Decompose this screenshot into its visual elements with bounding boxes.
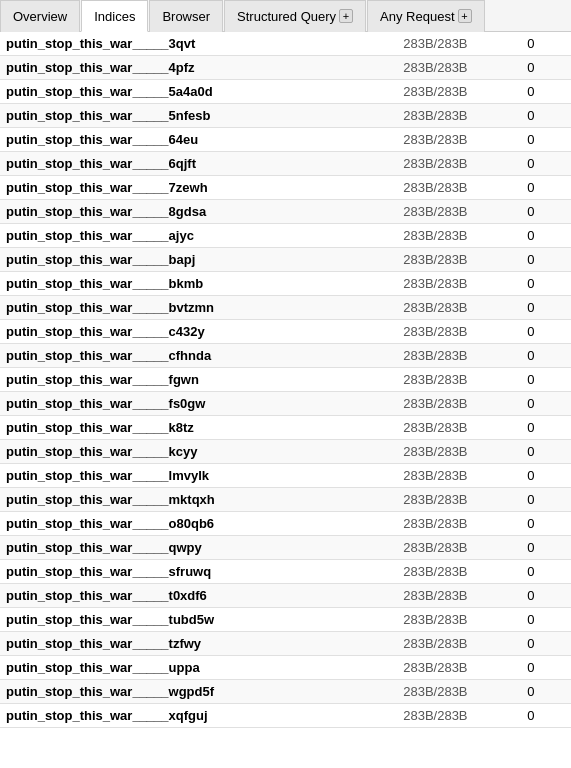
- index-count: 0: [521, 32, 571, 56]
- index-size: 283B/283B: [397, 488, 521, 512]
- tab-structured-query[interactable]: Structured Query +: [224, 0, 366, 32]
- index-size: 283B/283B: [397, 512, 521, 536]
- table-row[interactable]: putin_stop_this_war_____bkmb283B/283B0: [0, 272, 571, 296]
- index-size: 283B/283B: [397, 536, 521, 560]
- index-name: putin_stop_this_war_____5a4a0d: [0, 80, 397, 104]
- index-name: putin_stop_this_war_____8gdsa: [0, 200, 397, 224]
- table-row[interactable]: putin_stop_this_war_____bvtzmn283B/283B0: [0, 296, 571, 320]
- table-row[interactable]: putin_stop_this_war_____4pfz283B/283B0: [0, 56, 571, 80]
- index-name: putin_stop_this_war_____64eu: [0, 128, 397, 152]
- index-count: 0: [521, 464, 571, 488]
- index-name: putin_stop_this_war_____c432y: [0, 320, 397, 344]
- tab-indices[interactable]: Indices: [81, 0, 148, 32]
- index-name: putin_stop_this_war_____xqfguj: [0, 704, 397, 728]
- index-size: 283B/283B: [397, 80, 521, 104]
- index-size: 283B/283B: [397, 176, 521, 200]
- index-size: 283B/283B: [397, 632, 521, 656]
- index-size: 283B/283B: [397, 320, 521, 344]
- table-row[interactable]: putin_stop_this_war_____wgpd5f283B/283B0: [0, 680, 571, 704]
- tab-overview[interactable]: Overview: [0, 0, 80, 32]
- table-row[interactable]: putin_stop_this_war_____t0xdf6283B/283B0: [0, 584, 571, 608]
- index-name: putin_stop_this_war_____4pfz: [0, 56, 397, 80]
- index-count: 0: [521, 152, 571, 176]
- index-name: putin_stop_this_war_____ajyc: [0, 224, 397, 248]
- index-name: putin_stop_this_war_____fgwn: [0, 368, 397, 392]
- index-size: 283B/283B: [397, 248, 521, 272]
- index-count: 0: [521, 416, 571, 440]
- table-row[interactable]: putin_stop_this_war_____cfhnda283B/283B0: [0, 344, 571, 368]
- index-name: putin_stop_this_war_____k8tz: [0, 416, 397, 440]
- table-row[interactable]: putin_stop_this_war_____k8tz283B/283B0: [0, 416, 571, 440]
- table-row[interactable]: putin_stop_this_war_____tzfwy283B/283B0: [0, 632, 571, 656]
- table-row[interactable]: putin_stop_this_war_____o80qb6283B/283B0: [0, 512, 571, 536]
- tab-plus-icon-structured-query: +: [339, 9, 353, 23]
- index-count: 0: [521, 128, 571, 152]
- index-name: putin_stop_this_war_____7zewh: [0, 176, 397, 200]
- index-size: 283B/283B: [397, 560, 521, 584]
- index-size: 283B/283B: [397, 56, 521, 80]
- table-row[interactable]: putin_stop_this_war_____3qvt283B/283B0: [0, 32, 571, 56]
- index-name: putin_stop_this_war_____mktqxh: [0, 488, 397, 512]
- table-row[interactable]: putin_stop_this_war_____ajyc283B/283B0: [0, 224, 571, 248]
- index-name: putin_stop_this_war_____cfhnda: [0, 344, 397, 368]
- index-name: putin_stop_this_war_____5nfesb: [0, 104, 397, 128]
- index-count: 0: [521, 248, 571, 272]
- table-row[interactable]: putin_stop_this_war_____64eu283B/283B0: [0, 128, 571, 152]
- table-row[interactable]: putin_stop_this_war_____sfruwq283B/283B0: [0, 560, 571, 584]
- index-count: 0: [521, 560, 571, 584]
- index-count: 0: [521, 176, 571, 200]
- table-row[interactable]: putin_stop_this_war_____mktqxh283B/283B0: [0, 488, 571, 512]
- index-size: 283B/283B: [397, 584, 521, 608]
- index-size: 283B/283B: [397, 416, 521, 440]
- table-row[interactable]: putin_stop_this_war_____tubd5w283B/283B0: [0, 608, 571, 632]
- index-count: 0: [521, 392, 571, 416]
- table-row[interactable]: putin_stop_this_war_____7zewh283B/283B0: [0, 176, 571, 200]
- index-name: putin_stop_this_war_____uppa: [0, 656, 397, 680]
- index-count: 0: [521, 488, 571, 512]
- index-count: 0: [521, 272, 571, 296]
- index-count: 0: [521, 80, 571, 104]
- index-name: putin_stop_this_war_____qwpy: [0, 536, 397, 560]
- index-count: 0: [521, 104, 571, 128]
- index-count: 0: [521, 704, 571, 728]
- tab-browser[interactable]: Browser: [149, 0, 223, 32]
- index-size: 283B/283B: [397, 32, 521, 56]
- index-size: 283B/283B: [397, 464, 521, 488]
- tab-any-request[interactable]: Any Request +: [367, 0, 484, 32]
- index-size: 283B/283B: [397, 200, 521, 224]
- table-row[interactable]: putin_stop_this_war_____5a4a0d283B/283B0: [0, 80, 571, 104]
- table-row[interactable]: putin_stop_this_war_____uppa283B/283B0: [0, 656, 571, 680]
- table-row[interactable]: putin_stop_this_war_____8gdsa283B/283B0: [0, 200, 571, 224]
- index-name: putin_stop_this_war_____tzfwy: [0, 632, 397, 656]
- index-name: putin_stop_this_war_____sfruwq: [0, 560, 397, 584]
- table-row[interactable]: putin_stop_this_war_____bapj283B/283B0: [0, 248, 571, 272]
- index-size: 283B/283B: [397, 224, 521, 248]
- index-count: 0: [521, 536, 571, 560]
- index-name: putin_stop_this_war_____bvtzmn: [0, 296, 397, 320]
- table-row[interactable]: putin_stop_this_war_____c432y283B/283B0: [0, 320, 571, 344]
- index-size: 283B/283B: [397, 680, 521, 704]
- tab-plus-icon-any-request: +: [458, 9, 472, 23]
- index-size: 283B/283B: [397, 704, 521, 728]
- table-row[interactable]: putin_stop_this_war_____5nfesb283B/283B0: [0, 104, 571, 128]
- table-row[interactable]: putin_stop_this_war_____qwpy283B/283B0: [0, 536, 571, 560]
- table-row[interactable]: putin_stop_this_war_____lmvylk283B/283B0: [0, 464, 571, 488]
- index-name: putin_stop_this_war_____lmvylk: [0, 464, 397, 488]
- index-name: putin_stop_this_war_____wgpd5f: [0, 680, 397, 704]
- index-size: 283B/283B: [397, 296, 521, 320]
- index-count: 0: [521, 296, 571, 320]
- index-count: 0: [521, 632, 571, 656]
- index-name: putin_stop_this_war_____6qjft: [0, 152, 397, 176]
- index-size: 283B/283B: [397, 440, 521, 464]
- table-row[interactable]: putin_stop_this_war_____fgwn283B/283B0: [0, 368, 571, 392]
- index-size: 283B/283B: [397, 656, 521, 680]
- index-count: 0: [521, 656, 571, 680]
- table-row[interactable]: putin_stop_this_war_____fs0gw283B/283B0: [0, 392, 571, 416]
- index-size: 283B/283B: [397, 104, 521, 128]
- table-row[interactable]: putin_stop_this_war_____6qjft283B/283B0: [0, 152, 571, 176]
- table-row[interactable]: putin_stop_this_war_____xqfguj283B/283B0: [0, 704, 571, 728]
- index-name: putin_stop_this_war_____tubd5w: [0, 608, 397, 632]
- table-row[interactable]: putin_stop_this_war_____kcyy283B/283B0: [0, 440, 571, 464]
- index-size: 283B/283B: [397, 272, 521, 296]
- index-count: 0: [521, 608, 571, 632]
